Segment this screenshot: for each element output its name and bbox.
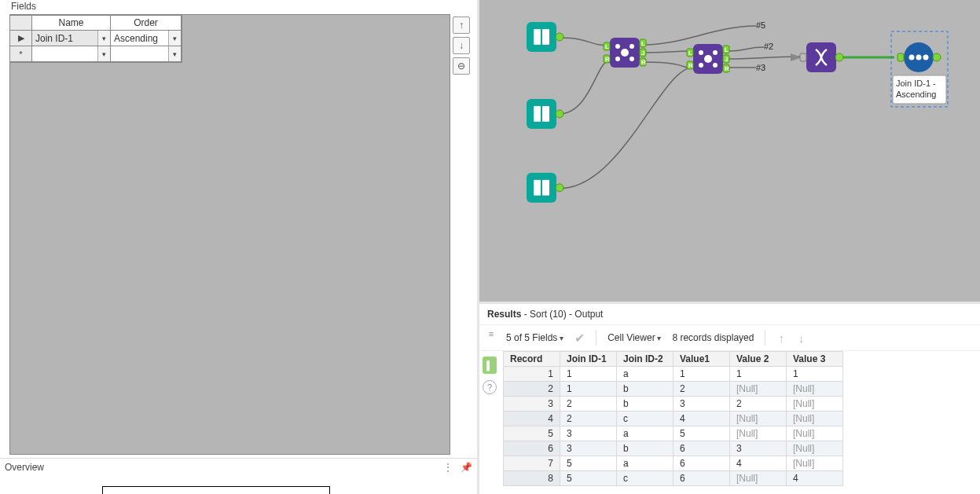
results-prev-button[interactable]: ↑: [776, 331, 786, 345]
results-cell: b: [617, 441, 674, 456]
svg-point-48: [909, 55, 915, 60]
results-row[interactable]: 32b32[Null]: [504, 397, 843, 412]
results-col-2[interactable]: Join ID-2: [617, 352, 674, 367]
fields-order-dropdown[interactable]: [168, 31, 181, 46]
svg-point-32: [699, 63, 703, 68]
results-cell: [Null]: [787, 456, 843, 471]
wire-join2-L-ann2[interactable]: [728, 47, 764, 51]
results-row[interactable]: 85c6[Null]4: [504, 471, 843, 486]
results-grid[interactable]: RecordJoin ID-1Join ID-2Value1Value 2Val…: [503, 351, 980, 494]
fields-order-empty[interactable]: [111, 46, 182, 62]
results-cell: [Null]: [787, 397, 843, 412]
results-help-icon[interactable]: ?: [483, 380, 497, 394]
results-cell: b: [617, 397, 674, 412]
svg-text:R: R: [605, 56, 610, 63]
results-subtitle: - Sort (10) - Output: [521, 309, 603, 320]
fields-header-name[interactable]: Name: [32, 15, 111, 31]
results-cell: [Null]: [787, 412, 843, 426]
overview-menu-button[interactable]: ⋮: [443, 462, 453, 473]
join-tool-1[interactable]: L R L J R: [604, 38, 646, 68]
join-tool-2[interactable]: L R L J R: [687, 44, 729, 74]
results-cell: 1: [560, 367, 617, 382]
fields-name-empty-dropdown[interactable]: [97, 46, 110, 61]
wire-join1-L-ann5[interactable]: [644, 26, 756, 45]
results-col-5[interactable]: Value 3: [787, 352, 843, 367]
cell-viewer-dropdown[interactable]: Cell Viewer: [607, 332, 661, 343]
svg-rect-6: [542, 106, 549, 122]
svg-rect-2: [542, 29, 549, 45]
results-col-3[interactable]: Value1: [674, 352, 730, 367]
wire-input3-join2[interactable]: [560, 68, 692, 188]
fields-name-empty[interactable]: [32, 46, 111, 62]
results-record-cell: 1: [504, 367, 560, 382]
fields-check-icon: ✔: [574, 331, 585, 346]
results-row[interactable]: 75a64[Null]: [504, 456, 843, 471]
records-summary: 8 records displayed: [672, 332, 754, 343]
svg-text:J: J: [725, 56, 728, 63]
svg-point-14: [615, 44, 620, 49]
input-tool-3[interactable]: [527, 173, 563, 203]
fields-grid-area: Name Order ▶ Join ID-1 Ascending: [9, 14, 450, 455]
wire-input2-join1[interactable]: [560, 61, 608, 114]
wire-join1-R-join2R[interactable]: [644, 62, 692, 68]
results-row[interactable]: 42c4[Null][Null]: [504, 412, 843, 426]
svg-text:L: L: [605, 43, 609, 50]
remove-button[interactable]: ⊖: [453, 57, 470, 75]
svg-rect-5: [534, 106, 541, 122]
svg-rect-10: [542, 180, 549, 196]
results-row[interactable]: 53a5[Null][Null]: [504, 426, 843, 441]
svg-text:L: L: [641, 40, 645, 47]
svg-rect-45: [800, 53, 806, 61]
wire-input1-join1[interactable]: [560, 38, 608, 46]
svg-text:J: J: [641, 49, 644, 57]
results-record-cell: 8: [504, 471, 560, 486]
results-record-cell: 3: [504, 397, 560, 412]
results-output-tab[interactable]: ▌: [483, 357, 497, 374]
move-down-button[interactable]: ↓: [453, 37, 470, 54]
results-row[interactable]: 63b63[Null]: [504, 441, 843, 456]
results-cell: c: [617, 412, 674, 426]
input-tool-1[interactable]: [527, 22, 563, 52]
results-cell: 4: [787, 471, 843, 486]
input-tool-2[interactable]: [527, 99, 563, 129]
results-cell: [Null]: [787, 441, 843, 456]
svg-rect-0: [527, 22, 556, 52]
fields-order-cell[interactable]: Ascending: [111, 31, 182, 46]
overview-viewport-box: [102, 486, 330, 494]
wire-join1-J-join2[interactable]: [644, 51, 692, 53]
results-col-4[interactable]: Value 2: [730, 352, 787, 367]
overview-pin-button[interactable]: 📌: [461, 462, 472, 473]
svg-text:R: R: [641, 59, 646, 66]
union-tool[interactable]: [800, 42, 843, 72]
results-cell: 3: [560, 441, 617, 456]
fields-name-dropdown[interactable]: [97, 31, 110, 46]
results-record-cell: 2: [504, 382, 560, 397]
move-up-button[interactable]: ↑: [453, 16, 470, 34]
workflow-canvas[interactable]: #5 #2 #3: [479, 0, 980, 302]
results-cell: [Null]: [787, 426, 843, 441]
results-next-button[interactable]: ↓: [797, 331, 806, 345]
svg-point-50: [923, 55, 929, 60]
list-view-icon[interactable]: ≡: [484, 328, 498, 339]
fields-row-selector[interactable]: ▶: [10, 31, 32, 46]
results-col-record[interactable]: Record: [504, 352, 560, 367]
overview-title: Overview: [5, 462, 44, 473]
sort-tool[interactable]: [897, 42, 941, 72]
svg-point-49: [916, 55, 922, 60]
results-cell: 2: [730, 397, 787, 412]
results-row[interactable]: 21b2[Null][Null]: [504, 382, 843, 397]
results-cell: 2: [560, 397, 617, 412]
svg-point-11: [556, 184, 563, 192]
fields-order-empty-dropdown[interactable]: [168, 46, 181, 61]
svg-text:L: L: [688, 49, 692, 57]
results-row[interactable]: 11a111: [504, 367, 843, 382]
results-record-cell: 4: [504, 412, 560, 426]
fields-name-cell[interactable]: Join ID-1: [32, 31, 111, 46]
svg-rect-1: [534, 29, 541, 45]
fields-summary-dropdown[interactable]: 5 of 5 Fields: [506, 332, 563, 343]
results-col-1[interactable]: Join ID-1: [560, 352, 617, 367]
results-cell: a: [617, 367, 674, 382]
fields-header-order[interactable]: Order: [111, 15, 182, 31]
fields-newrow-marker[interactable]: *: [10, 46, 32, 62]
results-cell: 1: [730, 367, 787, 382]
